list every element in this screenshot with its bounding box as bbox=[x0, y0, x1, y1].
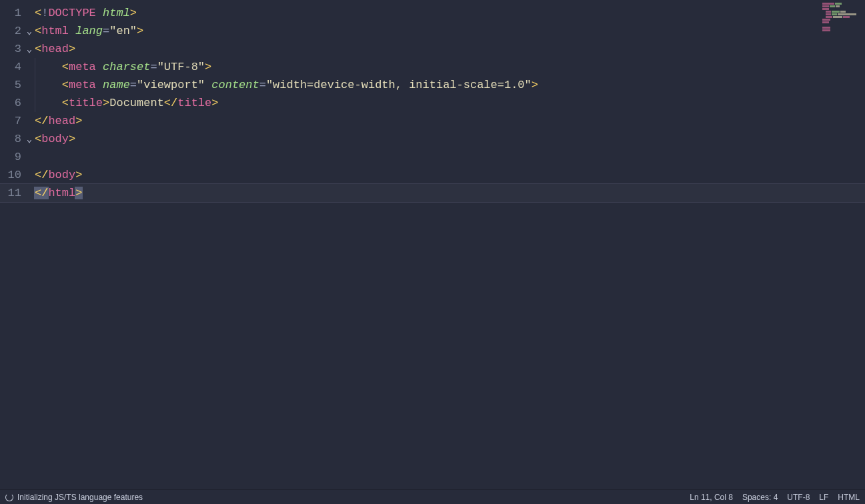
status-indentation[interactable]: Spaces: 4 bbox=[742, 493, 778, 502]
code-line-current[interactable]: 11 </html> bbox=[0, 184, 865, 202]
status-language-mode[interactable]: HTML bbox=[838, 493, 860, 502]
status-language-init[interactable]: Initializing JS/TS language features bbox=[17, 493, 143, 502]
code-content[interactable]: </head> bbox=[35, 112, 82, 130]
code-content[interactable]: <body> bbox=[35, 130, 75, 148]
line-number: 5 bbox=[0, 76, 24, 94]
line-number: 3 bbox=[0, 40, 24, 58]
fold-gutter[interactable]: ⌄ bbox=[24, 130, 35, 149]
status-bar: Initializing JS/TS language features Ln … bbox=[0, 489, 865, 504]
code-editor: 1 <!DOCTYPE html> 2 ⌄ <html lang="en"> 3… bbox=[0, 0, 865, 504]
code-line[interactable]: 3 ⌄ <head> bbox=[0, 40, 865, 58]
sync-icon[interactable] bbox=[5, 493, 13, 501]
code-line[interactable]: 9 bbox=[0, 148, 865, 166]
chevron-down-icon[interactable]: ⌄ bbox=[27, 131, 32, 149]
code-line[interactable]: 8 ⌄ <body> bbox=[0, 130, 865, 148]
line-number: 10 bbox=[0, 166, 24, 184]
line-number: 9 bbox=[0, 148, 24, 166]
code-area[interactable]: 1 <!DOCTYPE html> 2 ⌄ <html lang="en"> 3… bbox=[0, 0, 865, 489]
bracket-match: > bbox=[75, 187, 83, 199]
code-content[interactable]: <!DOCTYPE html> bbox=[35, 4, 137, 22]
code-content[interactable] bbox=[35, 148, 62, 166]
line-number: 6 bbox=[0, 94, 24, 112]
code-content[interactable]: <head> bbox=[35, 40, 75, 58]
line-number: 2 bbox=[0, 22, 24, 40]
code-content[interactable]: <meta charset="UTF-8"> bbox=[35, 58, 211, 76]
status-cursor-position[interactable]: Ln 11, Col 8 bbox=[690, 493, 733, 502]
fold-gutter[interactable]: ⌄ bbox=[24, 22, 35, 41]
code-line[interactable]: 4 <meta charset="UTF-8"> bbox=[0, 58, 865, 76]
code-line[interactable]: 7 </head> bbox=[0, 112, 865, 130]
code-content[interactable]: <html lang="en"> bbox=[35, 22, 143, 40]
code-line[interactable]: 5 <meta name="viewport" content="width=d… bbox=[0, 76, 865, 94]
code-content[interactable]: </html> bbox=[35, 184, 82, 202]
code-line[interactable]: 2 ⌄ <html lang="en"> bbox=[0, 22, 865, 40]
status-eol[interactable]: LF bbox=[819, 493, 828, 502]
chevron-down-icon[interactable]: ⌄ bbox=[27, 41, 32, 59]
code-content[interactable]: <title>Document</title> bbox=[35, 94, 218, 112]
line-number: 11 bbox=[0, 184, 24, 202]
status-encoding[interactable]: UTF-8 bbox=[787, 493, 810, 502]
line-number: 4 bbox=[0, 58, 24, 76]
code-content[interactable]: <meta name="viewport" content="width=dev… bbox=[35, 76, 538, 94]
line-number: 7 bbox=[0, 112, 24, 130]
code-content[interactable]: </body> bbox=[35, 166, 82, 184]
bracket-match: </ bbox=[34, 187, 49, 199]
line-number: 1 bbox=[0, 4, 24, 22]
code-line[interactable]: 10 </body> bbox=[0, 166, 865, 184]
code-line[interactable]: 6 <title>Document</title> bbox=[0, 94, 865, 112]
fold-gutter[interactable]: ⌄ bbox=[24, 40, 35, 59]
code-line[interactable]: 1 <!DOCTYPE html> bbox=[0, 4, 865, 22]
line-number: 8 bbox=[0, 130, 24, 148]
chevron-down-icon[interactable]: ⌄ bbox=[27, 23, 32, 41]
minimap[interactable] bbox=[822, 3, 862, 29]
